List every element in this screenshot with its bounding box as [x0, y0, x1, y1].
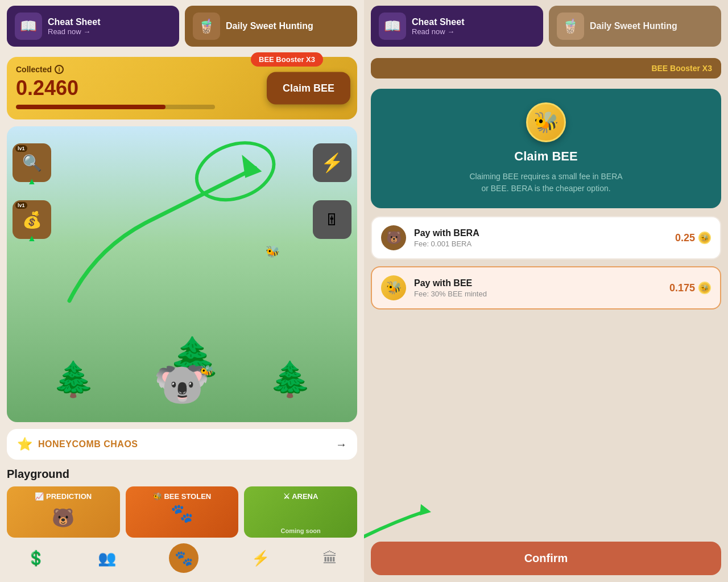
coming-soon-label: Coming soon [244, 527, 357, 534]
modal-bee-booster-bar: BEE Booster X3 [371, 58, 721, 79]
top-banners-right: 📖 Cheat Sheet Read now → 🧋 Daily Sweet H… [364, 0, 728, 52]
arena-card-label: ⚔ ARENA [244, 486, 357, 507]
bee-icon: 🐝 [381, 275, 406, 300]
nav-boost[interactable]: ⚡ [251, 550, 270, 567]
confirm-button[interactable]: Confirm [371, 542, 721, 575]
stats-icon: 🏛 [322, 550, 337, 567]
top-banners-left: 📖 Cheat Sheet Read now → 🧋 Daily Sweet H… [0, 0, 364, 52]
bera-payment-name: Pay with BERA [414, 228, 667, 238]
playground-prediction-card[interactable]: 📈 PREDICTION 🐻 [7, 486, 120, 538]
bee-booster-label-right: BEE Booster X3 [651, 64, 712, 73]
lightning-power-item[interactable]: ⚡ [313, 143, 351, 182]
pay-bera-option[interactable]: 🐻 Pay with BERA Fee: 0.001 BERA 0.25 🐝 [371, 216, 721, 259]
bee-payment-name: Pay with BEE [414, 278, 661, 288]
collected-bar-fill [16, 105, 166, 109]
bag-power-item[interactable]: lv1 💰 ▲ [13, 200, 51, 239]
bee-payment-fee: Fee: 30% BEE minted [414, 290, 661, 298]
bee-payment-amount: 0.175 🐝 [669, 282, 711, 294]
game-scene: lv1 🔍 ▲ lv1 💰 ▲ ⚡ 🎚 🌲 🌲 🌲 🐨 🐝 🐝 [7, 126, 357, 422]
collected-progress-bar [16, 105, 215, 109]
honeycomb-star-icon: ⭐ [17, 437, 32, 452]
sweet-icon-right: 🧋 [557, 13, 584, 40]
honeycomb-chaos-btn[interactable]: ⭐ HONEYCOMB CHAOS → [7, 429, 357, 460]
nav-friends[interactable]: 👥 [98, 550, 116, 567]
bera-payment-fee: Fee: 0.001 BERA [414, 240, 667, 248]
pay-bee-option[interactable]: 🐝 Pay with BEE Fee: 30% BEE minted 0.175… [371, 266, 721, 309]
collected-box: BEE Booster X3 Collected i 0.2460 Claim … [7, 57, 357, 119]
scene-bee-1: 🐝 [266, 245, 280, 258]
scene-bee-2: 🐝 [200, 364, 214, 378]
filter-power-item[interactable]: 🎚 [313, 200, 351, 239]
claim-bee-coin-icon: 🐝 [526, 102, 566, 142]
claim-bee-modal-card: 🐝 Claim BEE Claiming BEE requires a smal… [371, 89, 721, 208]
prediction-card-label: 📈 PREDICTION [7, 486, 120, 507]
bee-coin-icon: 🐝 [698, 282, 711, 294]
nav-wallet[interactable]: 💲 [27, 550, 45, 567]
cheatsheet-icon-left: 📖 [15, 13, 42, 40]
bera-payment-amount: 0.25 🐝 [675, 232, 711, 244]
playground-arena-card[interactable]: ⚔ ARENA Coming soon [244, 486, 357, 538]
claim-bee-button[interactable]: Claim BEE [267, 72, 350, 105]
svg-point-0 [189, 133, 282, 210]
sweet-title-right: Daily Sweet Hunting [590, 21, 677, 31]
bera-icon: 🐻 [381, 225, 406, 250]
sweet-icon-left: 🧋 [193, 13, 220, 40]
playground-bee-stolen-card[interactable]: 🐝 BEE STOLEN 🐾 [126, 486, 239, 538]
boost-icon: ⚡ [251, 550, 270, 567]
bottom-nav-left: 💲 👥 🐾 ⚡ 🏛 [0, 538, 364, 582]
cheatsheet-title-right: Cheat Sheet [412, 17, 464, 27]
sweet-title-left: Daily Sweet Hunting [226, 21, 313, 31]
honeycomb-arrow-icon: → [336, 438, 347, 451]
honeycomb-chaos-text: HONEYCOMB CHAOS [38, 439, 138, 449]
right-panel: 📖 Cheat Sheet Read now → 🧋 Daily Sweet H… [364, 0, 728, 582]
sweet-banner-left[interactable]: 🧋 Daily Sweet Hunting [185, 6, 357, 47]
cheatsheet-banner-right[interactable]: 📖 Cheat Sheet Read now → [371, 6, 543, 47]
right-modal-area: BEE Booster X3 🐝 Claim BEE Claiming BEE … [364, 52, 728, 582]
bera-coin-icon: 🐝 [698, 232, 711, 244]
modal-spacer [364, 313, 728, 537]
sweet-banner-right[interactable]: 🧋 Daily Sweet Hunting [549, 6, 721, 47]
tree-left: 🌲 [52, 359, 95, 399]
cheatsheet-title-left: Cheat Sheet [48, 17, 100, 27]
tree-right: 🌲 [269, 359, 312, 399]
cheatsheet-subtitle-right: Read now → [412, 27, 464, 36]
claim-bee-modal-desc: Claiming BEE requires a small fee in BER… [466, 171, 626, 195]
left-panel: 📖 Cheat Sheet Read now → 🧋 Daily Sweet H… [0, 0, 364, 582]
nav-stats[interactable]: 🏛 [322, 550, 337, 567]
cheatsheet-banner-left[interactable]: 📖 Cheat Sheet Read now → [7, 6, 179, 47]
playground-section: Playground 📈 PREDICTION 🐻 🐝 BEE STOLEN 🐾… [0, 464, 364, 538]
bee-booster-badge: BEE Booster X3 [251, 52, 323, 67]
wallet-icon: 💲 [27, 550, 45, 567]
magnify-power-item[interactable]: lv1 🔍 ▲ [13, 143, 51, 182]
claim-bee-modal-title: Claim BEE [514, 149, 577, 164]
info-icon[interactable]: i [55, 65, 64, 74]
playground-grid: 📈 PREDICTION 🐻 🐝 BEE STOLEN 🐾 ⚔ ARENA Co… [7, 486, 357, 538]
paw-icon: 🐾 [175, 550, 193, 567]
nav-home-paw[interactable]: 🐾 [169, 543, 198, 573]
friends-icon: 👥 [98, 550, 116, 567]
playground-title: Playground [7, 468, 357, 481]
cheatsheet-icon-right: 📖 [379, 13, 406, 40]
cheatsheet-subtitle-left: Read now → [48, 27, 100, 36]
